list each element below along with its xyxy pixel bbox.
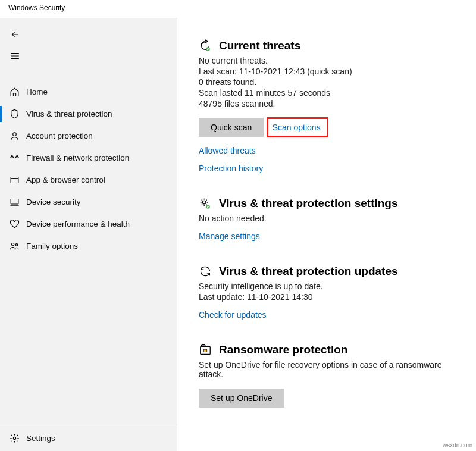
person-icon xyxy=(10,131,26,141)
settings-status: No action needed. xyxy=(199,214,462,223)
check-updates-link[interactable]: Check for updates xyxy=(199,310,462,320)
heart-icon xyxy=(10,219,26,229)
setup-onedrive-button[interactable]: Set up OneDrive xyxy=(199,389,284,408)
browser-icon xyxy=(10,175,26,185)
manage-settings-link[interactable]: Manage settings xyxy=(199,231,462,241)
sidebar-item-devicesec[interactable]: Device security xyxy=(0,191,177,213)
threat-scan-icon xyxy=(199,39,212,52)
quick-scan-button[interactable]: Quick scan xyxy=(199,118,264,137)
ransomware-folder-icon xyxy=(199,343,212,356)
sidebar-item-label: Account protection xyxy=(26,131,93,140)
scan-options-link[interactable]: Scan options xyxy=(273,123,321,132)
section-current-threats: Current threats No current threats. Last… xyxy=(199,39,462,173)
section-vtp-settings: Virus & threat protection settings No ac… xyxy=(199,197,462,241)
updates-status: Security intelligence is up to date. xyxy=(199,281,462,291)
network-icon xyxy=(10,153,26,163)
svg-rect-2 xyxy=(11,199,18,205)
sidebar-item-label: Virus & threat protection xyxy=(26,109,112,118)
content: Current threats No current threats. Last… xyxy=(177,18,476,451)
sidebar-settings-label: Settings xyxy=(26,434,55,443)
sidebar-item-label: Device security xyxy=(26,198,81,206)
threats-found: 0 threats found. xyxy=(199,77,462,87)
gear-icon xyxy=(10,433,26,443)
svg-rect-10 xyxy=(203,349,207,352)
svg-rect-1 xyxy=(11,177,18,183)
sidebar-item-label: Device performance & health xyxy=(26,220,130,228)
sidebar-item-firewall[interactable]: Firewall & network protection xyxy=(0,147,177,169)
threats-status: No current threats. xyxy=(199,56,462,65)
section-ransomware: Ransomware protection Set up OneDrive fo… xyxy=(199,343,462,408)
sidebar-item-label: Firewall & network protection xyxy=(26,154,129,162)
sidebar-item-account[interactable]: Account protection xyxy=(0,125,177,147)
settings-gear-icon xyxy=(199,197,212,210)
threats-duration: Scan lasted 11 minutes 57 seconds xyxy=(199,88,462,98)
window-title: Windows Security xyxy=(0,0,476,18)
sidebar-item-label: Family options xyxy=(26,242,78,250)
family-icon xyxy=(10,241,26,251)
updates-last: Last update: 11-10-2021 14:30 xyxy=(199,292,462,302)
section-heading: Current threats xyxy=(219,39,300,52)
sidebar-item-home[interactable]: Home xyxy=(0,81,177,103)
svg-point-4 xyxy=(15,244,18,246)
shield-icon xyxy=(10,109,26,119)
sidebar-item-settings[interactable]: Settings xyxy=(0,425,177,451)
section-heading: Ransomware protection xyxy=(219,343,347,356)
home-icon xyxy=(10,87,26,97)
svg-point-0 xyxy=(13,133,17,136)
hamburger-icon xyxy=(10,51,20,61)
section-vtp-updates: Virus & threat protection updates Securi… xyxy=(199,265,462,320)
ransomware-desc: Set up OneDrive for file recovery option… xyxy=(199,360,462,379)
sidebar-item-appbrowser[interactable]: App & browser control xyxy=(0,169,177,191)
svg-point-7 xyxy=(202,201,206,204)
watermark: wsxdn.com xyxy=(443,442,472,449)
sidebar-item-label: App & browser control xyxy=(26,176,105,184)
section-heading: Virus & threat protection settings xyxy=(219,197,398,210)
allowed-threats-link[interactable]: Allowed threats xyxy=(199,146,462,155)
threats-files: 48795 files scanned. xyxy=(199,99,462,108)
sidebar: Home Virus & threat protection Account p… xyxy=(0,18,177,451)
back-button[interactable] xyxy=(0,24,26,45)
svg-point-5 xyxy=(13,437,15,439)
protection-history-link[interactable]: Protection history xyxy=(199,164,462,173)
device-icon xyxy=(10,197,26,207)
threats-lastscan: Last scan: 11-10-2021 12:43 (quick scan) xyxy=(199,67,462,76)
section-heading: Virus & threat protection updates xyxy=(219,265,398,278)
updates-refresh-icon xyxy=(199,265,212,278)
sidebar-item-family[interactable]: Family options xyxy=(0,235,177,257)
svg-point-3 xyxy=(12,243,14,246)
back-arrow-icon xyxy=(10,29,20,40)
menu-button[interactable] xyxy=(0,45,26,67)
scan-options-highlight: Scan options xyxy=(267,117,328,137)
nav-list: Home Virus & threat protection Account p… xyxy=(0,81,177,257)
sidebar-item-health[interactable]: Device performance & health xyxy=(0,213,177,235)
sidebar-item-virus[interactable]: Virus & threat protection xyxy=(0,103,177,125)
sidebar-item-label: Home xyxy=(26,87,48,96)
